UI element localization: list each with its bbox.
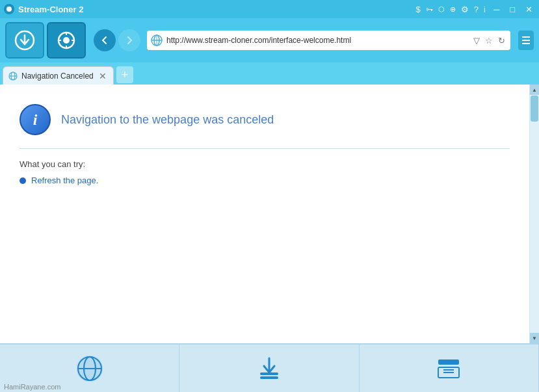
globe2-icon[interactable]: ⊕ xyxy=(450,5,456,14)
tab-favicon xyxy=(8,72,18,81)
nav-controls xyxy=(94,29,140,51)
new-tab-button[interactable]: + xyxy=(116,66,133,83)
watermark: HamiRayane.com xyxy=(4,383,60,391)
key-icon[interactable]: 🗝 xyxy=(426,5,433,13)
address-bar-container: ▽ ☆ ↻ xyxy=(147,31,510,50)
back-button[interactable] xyxy=(94,29,116,51)
active-tab[interactable]: Navigation Canceled ✕ xyxy=(3,66,114,85)
scroll-down-arrow[interactable]: ▼ xyxy=(530,333,539,343)
scroll-up-arrow[interactable]: ▲ xyxy=(530,85,539,95)
what-try-label: What you can try: xyxy=(20,159,510,169)
title-bar-right: $ 🗝 ⬡ ⊕ ⚙ ? i ─ □ ✕ xyxy=(416,5,535,14)
svg-point-0 xyxy=(7,7,12,12)
divider xyxy=(20,148,510,149)
page-favicon xyxy=(151,34,163,46)
page-content: i Navigation to the webpage was canceled… xyxy=(0,85,530,343)
tab-title: Navigation Canceled xyxy=(21,72,94,81)
app-title: Stream-Cloner 2 xyxy=(18,5,83,14)
error-title: Navigation to the webpage was canceled xyxy=(61,113,274,127)
menu-button[interactable] xyxy=(518,31,534,50)
url-input[interactable] xyxy=(166,36,468,45)
bottom-bar: HamiRayane.com xyxy=(0,343,539,392)
refresh-page-link[interactable]: Refresh the page. xyxy=(31,176,98,185)
info-icon[interactable]: i xyxy=(484,5,486,14)
minimize-button[interactable]: ─ xyxy=(491,5,502,14)
app-icon xyxy=(4,4,14,14)
dollar-icon[interactable]: $ xyxy=(416,5,421,14)
tab-bar: Navigation Canceled ✕ + xyxy=(0,62,539,85)
tab-close-button[interactable]: ✕ xyxy=(98,72,108,81)
scroll-track xyxy=(530,95,539,333)
download-bottom-button[interactable] xyxy=(252,352,286,385)
scrollbar[interactable]: ▲ ▼ xyxy=(530,85,539,343)
svg-rect-24 xyxy=(438,359,459,365)
question-icon[interactable]: ? xyxy=(474,5,479,14)
suggestion-item: Refresh the page. xyxy=(20,176,510,185)
refresh-button[interactable]: ↻ xyxy=(497,36,506,46)
download-tool-button[interactable] xyxy=(5,22,44,59)
bullet-dot xyxy=(20,177,26,184)
toolbar: ▽ ☆ ↻ xyxy=(0,18,539,62)
watch-tool-button[interactable] xyxy=(47,22,86,59)
maximize-button[interactable]: □ xyxy=(507,5,518,14)
bottom-section-3[interactable] xyxy=(360,345,539,392)
stream-bottom-button[interactable] xyxy=(73,352,107,385)
network-icon[interactable]: ⬡ xyxy=(438,5,445,14)
title-bar: Stream-Cloner 2 $ 🗝 ⬡ ⊕ ⚙ ? i ─ □ ✕ xyxy=(0,0,539,18)
address-controls: ▽ ☆ ↻ xyxy=(472,36,506,46)
scroll-thumb[interactable] xyxy=(531,96,538,122)
bottom-section-2[interactable] xyxy=(179,345,359,392)
forward-button[interactable] xyxy=(118,29,140,51)
svg-point-3 xyxy=(63,37,70,44)
dropdown-arrow[interactable]: ▽ xyxy=(472,36,481,46)
title-bar-left: Stream-Cloner 2 xyxy=(4,4,83,14)
favorites-star[interactable]: ☆ xyxy=(484,36,494,46)
gear-icon[interactable]: ⚙ xyxy=(461,5,469,14)
archive-bottom-button[interactable] xyxy=(432,352,466,385)
close-button[interactable]: ✕ xyxy=(523,5,535,14)
error-header: i Navigation to the webpage was canceled xyxy=(20,104,510,135)
svg-rect-23 xyxy=(260,376,278,379)
content-area: i Navigation to the webpage was canceled… xyxy=(0,85,539,343)
info-circle-icon: i xyxy=(20,104,51,135)
